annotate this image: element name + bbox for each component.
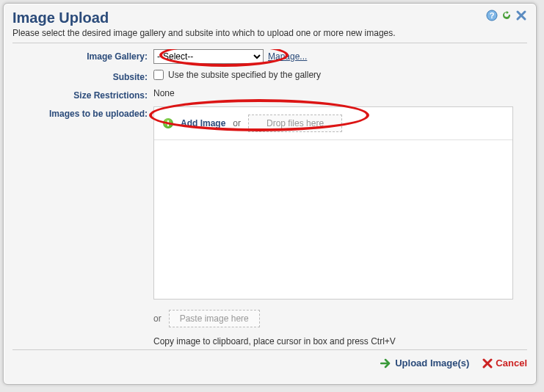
image-gallery-select[interactable]: --Select--: [153, 49, 264, 64]
drop-files-area[interactable]: Drop files here: [248, 115, 342, 132]
row-images-upload: Images to be uploaded: Add Image or Drop…: [12, 106, 524, 346]
paste-image-box[interactable]: Paste image here: [169, 310, 260, 327]
paste-hint-text: Copy image to clipboard, place cursor in…: [153, 336, 524, 346]
label-size-restrictions: Size Restrictions:: [12, 88, 153, 101]
add-image-button[interactable]: Add Image: [181, 118, 225, 128]
dialog-title: Image Upload: [12, 10, 109, 26]
row-subsite: Subsite: Use the subsite specified by th…: [12, 70, 524, 82]
cancel-x-icon: [482, 358, 493, 369]
label-subsite: Subsite:: [12, 70, 153, 82]
cancel-button[interactable]: Cancel: [482, 357, 527, 369]
svg-text:?: ?: [490, 11, 495, 20]
row-image-gallery: Image Gallery: --Select-- Manage...: [12, 49, 524, 64]
label-image-gallery: Image Gallery:: [12, 49, 153, 62]
or-text: or: [233, 118, 241, 128]
close-icon[interactable]: [515, 10, 527, 21]
image-upload-dialog: Image Upload ? Please select the desired…: [3, 3, 537, 385]
label-images-upload: Images to be uploaded:: [12, 106, 153, 119]
help-icon[interactable]: ?: [486, 10, 498, 21]
form-scroll-area[interactable]: Image Gallery: --Select-- Manage... Subs…: [12, 49, 527, 350]
cancel-label: Cancel: [496, 357, 527, 369]
add-icon[interactable]: [163, 118, 173, 128]
upload-panel: Add Image or Drop files here: [153, 106, 513, 300]
upload-images-label: Upload Image(s): [395, 357, 469, 369]
upload-toolbar: Add Image or Drop files here: [154, 107, 512, 140]
upload-drop-zone[interactable]: [154, 140, 512, 299]
header-icon-group: ?: [486, 10, 527, 21]
divider: [12, 43, 527, 43]
row-size-restrictions: Size Restrictions: None: [12, 88, 524, 101]
dialog-footer: Upload Image(s) Cancel: [12, 350, 527, 369]
or-text-2: or: [153, 313, 162, 324]
arrow-right-icon: [380, 358, 392, 369]
refresh-icon[interactable]: [501, 10, 512, 21]
dialog-subtitle: Please select the desired image gallery …: [12, 28, 527, 38]
size-restrictions-value: None: [153, 88, 175, 98]
manage-link[interactable]: Manage...: [268, 51, 307, 62]
dialog-header: Image Upload ?: [12, 10, 527, 26]
subsite-checkbox-label: Use the subsite specified by the gallery: [168, 70, 321, 80]
subsite-checkbox[interactable]: [153, 70, 164, 80]
upload-images-button[interactable]: Upload Image(s): [380, 357, 469, 369]
